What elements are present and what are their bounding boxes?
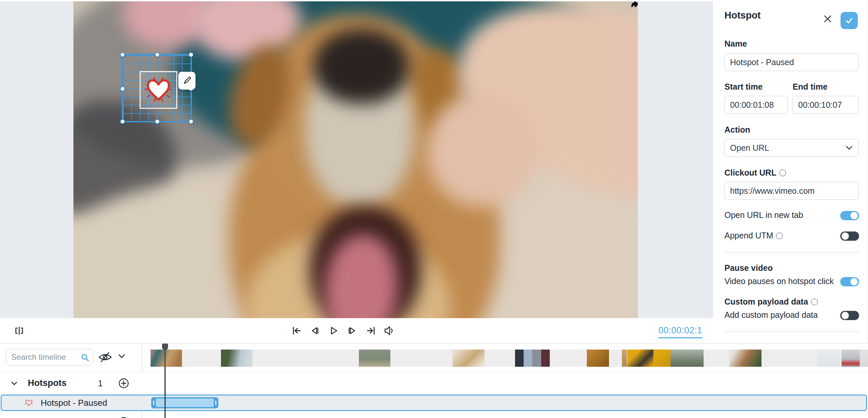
group-count: 1 — [98, 378, 102, 389]
info-icon[interactable] — [811, 299, 818, 305]
timeline-thumbnail — [453, 350, 485, 367]
panel-title: Hotspot — [724, 10, 761, 21]
current-timecode[interactable]: 00:00:02:1 — [658, 325, 702, 338]
heart-doodle-icon — [145, 77, 172, 102]
resize-handle-bottom-right[interactable] — [189, 119, 193, 124]
timeline-thumbnail — [622, 350, 627, 367]
action-select[interactable]: Open URL — [724, 139, 859, 157]
hotspot-selection-box[interactable] — [122, 54, 192, 122]
timeline-panel: Hotspots 1 Hotspot - Paused — [0, 343, 868, 418]
go-to-end-icon[interactable] — [365, 325, 377, 336]
timeline-thumbnail — [860, 350, 868, 367]
resize-handle-bottom-center[interactable] — [155, 119, 160, 124]
timeline-thumbnail — [627, 350, 653, 367]
pause-video-desc: Video pauses on hotspot click — [724, 277, 834, 286]
toggle-knob — [841, 232, 849, 240]
toggle-knob — [850, 212, 858, 219]
hotspot-image-frame[interactable] — [140, 71, 177, 109]
end-time-input[interactable] — [793, 96, 859, 114]
chevron-down-icon — [846, 146, 852, 150]
close-icon[interactable] — [823, 14, 832, 23]
timeline-thumbnail — [515, 350, 550, 367]
toggle-knob — [841, 312, 849, 319]
resize-handle-bottom-left[interactable] — [120, 119, 125, 124]
bar-right-handle[interactable] — [215, 400, 216, 405]
start-time-input[interactable] — [724, 96, 788, 114]
open-new-tab-toggle[interactable] — [840, 211, 859, 220]
search-icon[interactable] — [81, 353, 89, 362]
timeline-thumbnail — [730, 350, 762, 367]
next-frame-icon[interactable] — [346, 325, 358, 336]
toggle-knob — [850, 278, 858, 285]
append-utm-toggle[interactable] — [840, 231, 859, 241]
video-preview[interactable] — [73, 1, 638, 318]
collapse-timeline-icon[interactable] — [118, 354, 125, 358]
pencil-icon — [183, 76, 191, 85]
timeline-thumbnail — [359, 350, 390, 367]
hotspots-group-row: Hotspots 1 — [0, 373, 868, 394]
hotspot-duration-bar[interactable] — [151, 397, 218, 409]
collapse-group-icon[interactable] — [11, 382, 17, 385]
name-label: Name — [724, 39, 747, 49]
timeline-thumbnail — [671, 350, 704, 367]
custom-payload-label: Custom payload data — [724, 297, 818, 307]
filmstrip[interactable] — [151, 350, 868, 367]
start-time-label: Start time — [724, 82, 763, 92]
fit-player-icon[interactable] — [13, 325, 25, 336]
pause-on-click-toggle[interactable] — [840, 277, 859, 286]
custom-payload-desc: Add custom payload data — [724, 310, 818, 320]
info-icon[interactable] — [779, 170, 786, 176]
pause-video-label: Pause video — [724, 263, 773, 273]
custom-payload-toggle[interactable] — [840, 311, 859, 320]
timeline-thumbnail — [587, 350, 609, 367]
person-hand — [427, 94, 536, 206]
resize-handle-top-center[interactable] — [155, 52, 160, 57]
add-item-button[interactable] — [118, 417, 129, 418]
timeline-thumbnail — [151, 350, 182, 367]
resize-handle-top-left[interactable] — [120, 52, 125, 57]
hotspot-settings-panel: Hotspot Name Start time End time Action … — [713, 0, 868, 343]
timeline-thumbnail — [841, 350, 860, 367]
action-label: Action — [724, 125, 750, 135]
bar-left-handle[interactable] — [153, 400, 154, 405]
resize-handle-top-right[interactable] — [189, 52, 193, 57]
dog-nose — [313, 29, 409, 104]
add-hotspot-button[interactable] — [118, 378, 129, 389]
info-icon[interactable] — [776, 232, 783, 239]
group-label: Hotspots — [28, 378, 66, 388]
open-new-tab-label: Open URL in new tab — [724, 210, 803, 220]
edit-hotspot-button[interactable] — [178, 72, 195, 90]
hide-all-icon[interactable] — [98, 352, 113, 362]
video-stage — [0, 1, 713, 318]
timeline-search — [6, 349, 93, 365]
timeline-thumbnail — [653, 350, 671, 367]
player-controls-bar: 00:00:02:1 — [0, 318, 713, 343]
confirm-button[interactable] — [841, 12, 858, 29]
volume-icon[interactable] — [383, 325, 395, 336]
hotspot-track-row[interactable]: Hotspot - Paused — [1, 394, 867, 411]
divider — [724, 252, 859, 253]
interactive-video-editor: 00:00:02:1 Hotspot Name Start time End t… — [0, 0, 868, 418]
name-input[interactable] — [724, 53, 859, 71]
playhead-line[interactable] — [164, 344, 166, 418]
append-utm-label: Append UTM — [724, 231, 783, 240]
check-icon — [844, 15, 854, 26]
heart-icon — [25, 399, 33, 407]
clickout-url-label: Clickout URL — [724, 168, 786, 178]
action-selected-value: Open URL — [730, 143, 769, 153]
previous-frame-icon[interactable] — [309, 325, 321, 336]
divider — [724, 331, 859, 332]
timeline-thumbnail — [817, 350, 840, 367]
search-input[interactable] — [6, 349, 93, 365]
resize-handle-middle-left[interactable] — [120, 86, 125, 91]
clickout-url-input[interactable] — [724, 182, 859, 200]
timeline-thumbnail — [221, 350, 252, 367]
play-icon[interactable] — [328, 325, 339, 336]
video-watermark-dog-icon — [631, 1, 638, 7]
end-time-label: End time — [793, 82, 828, 92]
hotspot-row-label: Hotspot - Paused — [41, 395, 107, 410]
go-to-start-icon[interactable] — [290, 325, 302, 336]
